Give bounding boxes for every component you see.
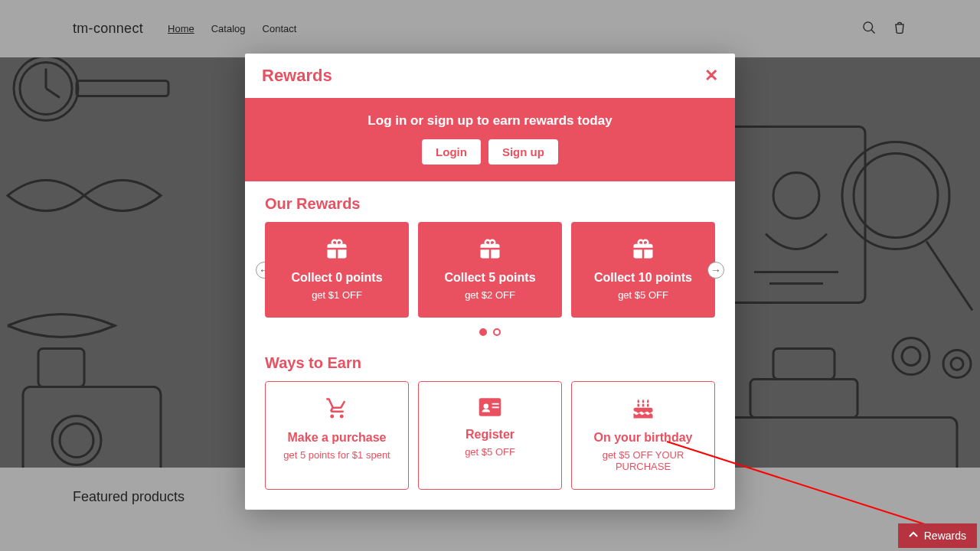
carousel-next-icon[interactable]: →	[707, 262, 724, 279]
our-rewards-title: Our Rewards	[245, 181, 735, 222]
chevron-up-icon	[909, 530, 918, 542]
gift-icon	[579, 237, 707, 263]
id-card-icon	[426, 397, 554, 420]
carousel-dot[interactable]	[479, 328, 487, 336]
cart-icon	[273, 397, 400, 423]
rewards-tab-label: Rewards	[924, 530, 966, 542]
modal-title: Rewards	[262, 66, 332, 86]
reward-card-sub: get $2 OFF	[426, 289, 554, 301]
gift-icon	[273, 237, 401, 263]
reward-card[interactable]: Collect 5 points get $2 OFF	[418, 222, 562, 318]
rewards-modal: Rewards ✕ Log in or sign up to earn rewa…	[245, 54, 735, 510]
gift-icon	[426, 237, 554, 263]
reward-cards: Collect 0 points get $1 OFF Collect 5 po…	[265, 222, 715, 318]
reward-card[interactable]: Collect 0 points get $1 OFF	[265, 222, 409, 318]
earn-card-sub: get $5 OFF YOUR PURCHASE	[580, 449, 707, 472]
earn-card-title: On your birthday	[580, 431, 707, 445]
earn-cards: Make a purchase get 5 points for $1 spen…	[245, 381, 735, 510]
rewards-toggle-tab[interactable]: Rewards	[898, 523, 977, 548]
close-icon[interactable]: ✕	[704, 67, 718, 84]
carousel-dots	[245, 318, 735, 341]
svg-point-31	[484, 403, 489, 409]
earn-card-birthday[interactable]: On your birthday get $5 OFF YOUR PURCHAS…	[571, 381, 715, 490]
earn-card-purchase[interactable]: Make a purchase get 5 points for $1 spen…	[265, 381, 409, 490]
reward-card-title: Collect 5 points	[426, 271, 554, 285]
birthday-cake-icon	[580, 397, 707, 423]
login-button[interactable]: Login	[422, 139, 481, 165]
earn-card-sub: get 5 points for $1 spent	[273, 449, 400, 461]
svg-rect-33	[492, 406, 499, 408]
ways-to-earn-title: Ways to Earn	[245, 341, 735, 381]
reward-card-title: Collect 0 points	[273, 271, 401, 285]
carousel-dot[interactable]	[493, 328, 501, 336]
earn-card-title: Register	[426, 428, 554, 442]
auth-banner: Log in or sign up to earn rewards today …	[245, 98, 735, 181]
reward-card[interactable]: Collect 10 points get $5 OFF	[571, 222, 715, 318]
auth-prompt: Log in or sign up to earn rewards today	[245, 113, 735, 129]
reward-card-sub: get $1 OFF	[273, 289, 401, 301]
earn-card-register[interactable]: Register get $5 OFF	[418, 381, 562, 490]
earn-card-title: Make a purchase	[273, 431, 400, 445]
reward-card-title: Collect 10 points	[579, 271, 707, 285]
signup-button[interactable]: Sign up	[488, 139, 558, 165]
svg-rect-32	[492, 403, 499, 405]
reward-card-sub: get $5 OFF	[579, 289, 707, 301]
earn-card-sub: get $5 OFF	[426, 446, 554, 458]
